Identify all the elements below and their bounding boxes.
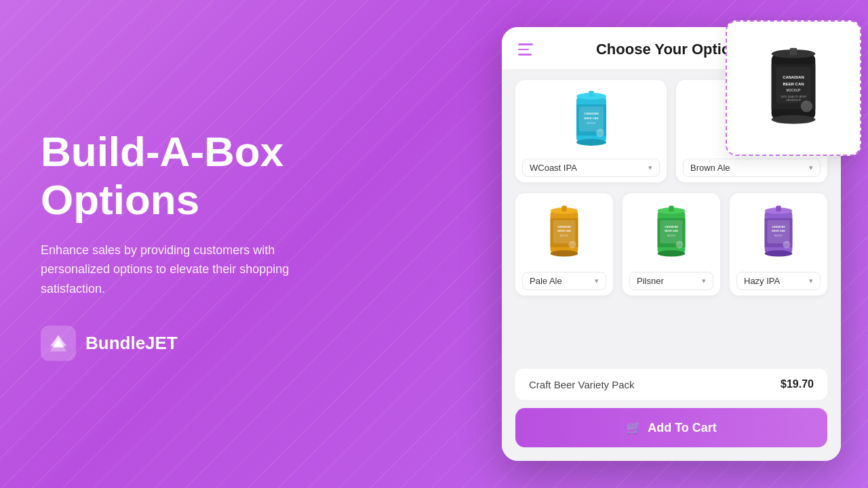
svg-point-51	[675, 241, 683, 248]
svg-text:100% QUALITY BEER: 100% QUALITY BEER	[781, 96, 806, 98]
floating-product-card: CANADIAN BEER CAN MOCKUP 100% QUALITY BE…	[726, 20, 861, 156]
can-visual-pilsner: CANADIAN BEER CAN MOCKUP	[650, 201, 693, 262]
can-visual-pale-ale: CANADIAN BEER CAN MOCKUP	[542, 201, 586, 262]
hamburger-icon[interactable]	[518, 43, 533, 56]
left-section: Build-A-BoxOptions Enhance sales by prov…	[41, 127, 366, 361]
svg-text:BEER CAN: BEER CAN	[557, 230, 571, 232]
svg-rect-40	[561, 206, 566, 211]
svg-point-19	[576, 139, 606, 146]
brand-name: BundleJET	[85, 333, 178, 354]
svg-text:CANADIAN: CANADIAN	[665, 226, 678, 228]
wcoast-ipa-select[interactable]: WCoast IPA ▾	[522, 159, 660, 177]
hazy-ipa-label: Hazy IPA	[744, 276, 780, 286]
bottom-section: Craft Beer Variety Pack $19.70 🛒 Add To …	[502, 361, 841, 461]
can-visual-hazy-ipa: CANADIAN BEER CAN MOCKUP	[757, 201, 800, 262]
svg-point-61	[783, 241, 790, 248]
chevron-down-icon: ▾	[809, 277, 813, 285]
svg-rect-9	[790, 48, 797, 56]
svg-text:MOCKUP: MOCKUP	[587, 122, 595, 125]
chevron-down-icon: ▾	[595, 277, 599, 285]
can-visual-wcoast: CANADIAN BEER CAN MOCKUP	[570, 88, 613, 149]
svg-text:BEER CAN: BEER CAN	[772, 230, 785, 232]
chevron-down-icon: ▾	[702, 277, 706, 285]
product-card-wcoast-ipa: CANADIAN BEER CAN MOCKUP WCoast IPA ▾	[515, 80, 667, 182]
svg-rect-60	[776, 206, 781, 211]
chevron-down-icon: ▾	[809, 163, 813, 172]
svg-rect-20	[589, 91, 594, 97]
svg-text:CANADIAN: CANADIAN	[584, 112, 598, 115]
floating-can-image: CANADIAN BEER CAN MOCKUP 100% QUALITY BE…	[763, 41, 824, 136]
svg-text:CANADIAN: CANADIAN	[557, 226, 571, 228]
svg-text:MOCKUP: MOCKUP	[786, 89, 800, 92]
wcoast-ipa-label: WCoast IPA	[530, 163, 577, 173]
hazy-ipa-select[interactable]: Hazy IPA ▾	[736, 272, 821, 290]
product-card-pilsner: CANADIAN BEER CAN MOCKUP Pilsner ▾	[623, 193, 720, 296]
brand-icon	[41, 325, 76, 361]
pale-ale-select[interactable]: Pale Ale ▾	[522, 272, 606, 290]
add-to-cart-button[interactable]: 🛒 Add To Cart	[515, 408, 827, 447]
product-card-hazy-ipa: CANADIAN BEER CAN MOCKUP Hazy IPA ▾	[730, 193, 827, 296]
brown-ale-select[interactable]: Brown Ale ▾	[683, 159, 821, 177]
chevron-down-icon: ▾	[648, 163, 652, 172]
summary-price: $19.70	[781, 378, 814, 390]
svg-point-59	[765, 250, 793, 256]
brown-ale-label: Brown Ale	[690, 163, 730, 173]
svg-text:MOCKUP: MOCKUP	[560, 235, 568, 237]
svg-point-10	[772, 115, 816, 124]
products-row-2: CANADIAN BEER CAN MOCKUP Pale Ale ▾	[515, 193, 827, 296]
svg-rect-50	[669, 206, 673, 211]
cart-icon: 🛒	[626, 420, 641, 435]
svg-text:BEER CAN: BEER CAN	[665, 230, 678, 232]
subtitle: Enhance sales by providing customers wit…	[41, 240, 326, 298]
svg-point-39	[551, 250, 578, 256]
summary-label: Craft Beer Variety Pack	[529, 379, 635, 390]
svg-point-49	[658, 250, 686, 256]
svg-point-11	[801, 100, 812, 112]
app-panel: CANADIAN BEER CAN MOCKUP 100% QUALITY BE…	[502, 27, 841, 461]
main-title: Build-A-BoxOptions	[41, 127, 366, 224]
add-to-cart-label: Add To Cart	[648, 421, 717, 435]
svg-text:MOCKUP: MOCKUP	[774, 235, 783, 237]
pilsner-select[interactable]: Pilsner ▾	[629, 272, 713, 290]
svg-point-41	[568, 241, 576, 248]
summary-row: Craft Beer Variety Pack $19.70	[515, 369, 827, 400]
svg-text:CAN MOCKUP: CAN MOCKUP	[786, 99, 801, 102]
svg-point-21	[596, 129, 604, 137]
svg-text:MOCKUP: MOCKUP	[667, 235, 675, 237]
pilsner-label: Pilsner	[637, 276, 664, 286]
svg-text:CANADIAN: CANADIAN	[783, 75, 804, 79]
svg-text:BEER CAN: BEER CAN	[584, 117, 598, 120]
brand-row: BundleJET	[41, 325, 366, 361]
svg-text:CANADIAN: CANADIAN	[772, 226, 785, 228]
product-card-pale-ale: CANADIAN BEER CAN MOCKUP Pale Ale ▾	[515, 193, 613, 296]
pale-ale-label: Pale Ale	[530, 276, 562, 286]
svg-text:BEER CAN: BEER CAN	[783, 82, 804, 86]
